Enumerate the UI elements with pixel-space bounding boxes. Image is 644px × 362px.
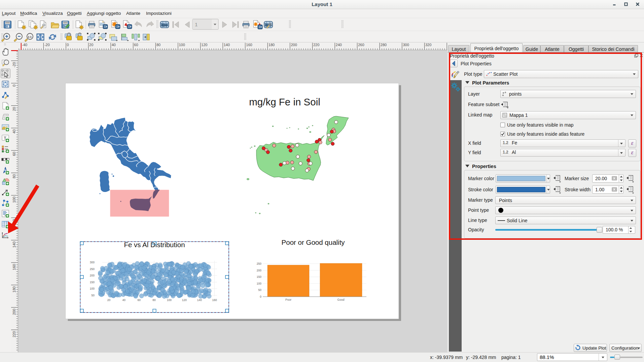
svg-text:200: 200: [257, 269, 261, 272]
svg-text:160: 160: [12, 264, 16, 270]
svg-text:120: 120: [182, 298, 187, 302]
svg-text:220: 220: [313, 43, 319, 47]
svg-text:250: 250: [90, 267, 95, 271]
svg-text:80: 80: [156, 43, 160, 47]
svg-text:20: 20: [107, 298, 111, 302]
svg-text:250: 250: [257, 262, 261, 265]
svg-text:140: 140: [224, 43, 230, 47]
svg-text:180: 180: [269, 43, 275, 47]
svg-text:280: 280: [381, 43, 387, 47]
svg-text:mg/kg Fe in Soil: mg/kg Fe in Soil: [249, 96, 320, 107]
svg-text:320: 320: [425, 43, 431, 47]
svg-text:200: 200: [90, 274, 95, 277]
svg-text:Good: Good: [337, 298, 345, 301]
svg-text:100: 100: [90, 287, 95, 290]
svg-text:100: 100: [257, 282, 261, 285]
svg-text:260: 260: [358, 43, 364, 47]
svg-text:60: 60: [137, 298, 141, 302]
svg-text:200: 200: [291, 43, 297, 47]
svg-text:Poor: Poor: [285, 298, 291, 301]
svg-text:140: 140: [197, 298, 202, 302]
svg-text:100: 100: [179, 43, 185, 47]
svg-text:0: 0: [260, 295, 261, 298]
svg-text:120: 120: [201, 43, 207, 47]
svg-text:160: 160: [246, 43, 252, 47]
svg-text:60: 60: [134, 43, 138, 47]
svg-text:180: 180: [12, 286, 16, 292]
svg-text:150: 150: [257, 275, 261, 278]
svg-text:20: 20: [89, 43, 93, 47]
svg-text:160: 160: [212, 298, 217, 302]
svg-text:1: 1: [195, 22, 198, 27]
svg-text:Poor or Good quality: Poor or Good quality: [282, 238, 345, 246]
svg-text:300: 300: [403, 43, 409, 47]
svg-text:240: 240: [336, 43, 342, 47]
svg-text:100: 100: [167, 298, 172, 302]
svg-text:220: 220: [12, 331, 16, 337]
svg-text:200: 200: [12, 309, 16, 315]
svg-text:300: 300: [90, 261, 95, 264]
svg-text:150: 150: [90, 281, 95, 284]
svg-text:50: 50: [258, 288, 262, 292]
svg-text:40: 40: [112, 43, 116, 47]
svg-text:80: 80: [152, 298, 156, 302]
svg-text:40: 40: [122, 298, 126, 302]
svg-text:0: 0: [67, 43, 69, 47]
svg-text:50: 50: [92, 294, 95, 297]
